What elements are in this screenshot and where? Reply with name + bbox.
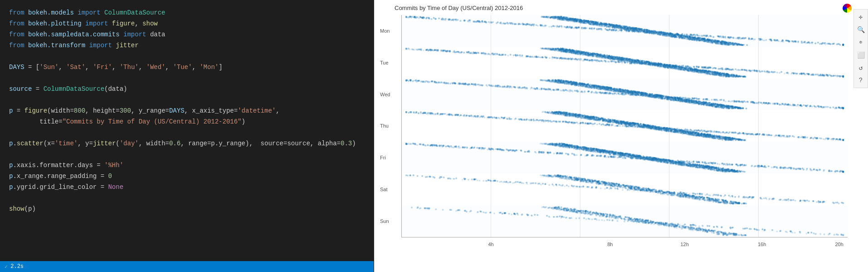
pan-tool-button[interactable]: ✛ [855, 11, 866, 22]
code-line-line8: source = ColumnDataSource(data) [9, 84, 365, 94]
code-line-line11: title="Commits by Time of Day (US/Centra… [9, 116, 365, 127]
code-line-line17: p.ygrid.grid_line_color = None [9, 182, 365, 193]
code-line-line1: from bokeh.models import ColumnDataSourc… [9, 7, 365, 18]
code-line-line18 [9, 193, 365, 203]
code-line-line9 [9, 94, 365, 105]
x-label-16h: 16h [758, 242, 766, 247]
reset-button[interactable]: ↺ [855, 62, 866, 73]
code-line-line6: DAYS = ['Sun', 'Sat', 'Fri', 'Thu', 'Wed… [9, 62, 365, 73]
code-line-line13: p.scatter(x='time', y=jitter('day', widt… [9, 138, 365, 149]
code-line-line19: show(p) [9, 203, 365, 214]
code-editor: from bokeh.models import ColumnDataSourc… [0, 0, 374, 272]
chart-container: Commits by Time of Day (US/Central) 2012… [374, 0, 868, 272]
code-line-line12 [9, 127, 365, 138]
code-line-line16: p.x_range.range_padding = 0 [9, 171, 365, 182]
y-label-sat: Sat [380, 186, 390, 193]
zoom-tool-button[interactable]: 🔍 [855, 24, 866, 35]
x-axis: 4h 8h 12h 16h 20h [402, 242, 848, 247]
status-text: 2.2s [10, 263, 24, 270]
x-label-20h: 20h [835, 242, 843, 247]
y-label-tue: Tue [380, 59, 390, 66]
code-line-line7 [9, 73, 365, 84]
code-line-line4: from bokeh.transform import jitter [9, 40, 365, 51]
help-button[interactable]: ? [855, 75, 866, 86]
y-label-wed: Wed [380, 91, 390, 98]
code-line-line10: p = figure(width=800, height=300, y_rang… [9, 105, 365, 116]
code-line-line2: from bokeh.plotting import figure, show [9, 18, 365, 29]
scatter-plot [402, 15, 848, 237]
check-icon: ✓ [5, 263, 8, 270]
y-label-thu: Thu [380, 123, 390, 129]
y-label-fri: Fri [380, 154, 390, 161]
chart-toolbar: ✛ 🔍 ⊕ ⬜ ↺ ? [853, 9, 868, 88]
code-line-line14 [9, 149, 365, 160]
save-button[interactable]: ⬜ [855, 49, 866, 60]
y-label-sun: Sun [380, 218, 390, 224]
chart-panel: ✛ 🔍 ⊕ ⬜ ↺ ? Commits by Time of Day (US/C… [374, 0, 868, 272]
code-line-line5 [9, 51, 365, 62]
x-label-8h: 8h [607, 242, 613, 247]
y-label-mon: Mon [380, 28, 390, 34]
wheel-zoom-button[interactable]: ⊕ [855, 37, 866, 48]
status-bar: ✓ 2.2s [0, 261, 374, 272]
code-line-line3: from bokeh.sampledata.commits import dat… [9, 29, 365, 40]
code-line-line15: p.xaxis.formatter.days = '%Hh' [9, 160, 365, 171]
x-label-4h: 4h [488, 242, 493, 247]
x-label-12h: 12h [680, 242, 688, 247]
chart-title: Commits by Time of Day (US/Central) 2012… [395, 5, 850, 11]
y-axis: Mon Tue Wed Thu Fri Sat Sun [380, 15, 390, 237]
chart-area: Mon Tue Wed Thu Fri Sat Sun 4h 8h 12h 16… [401, 15, 848, 237]
